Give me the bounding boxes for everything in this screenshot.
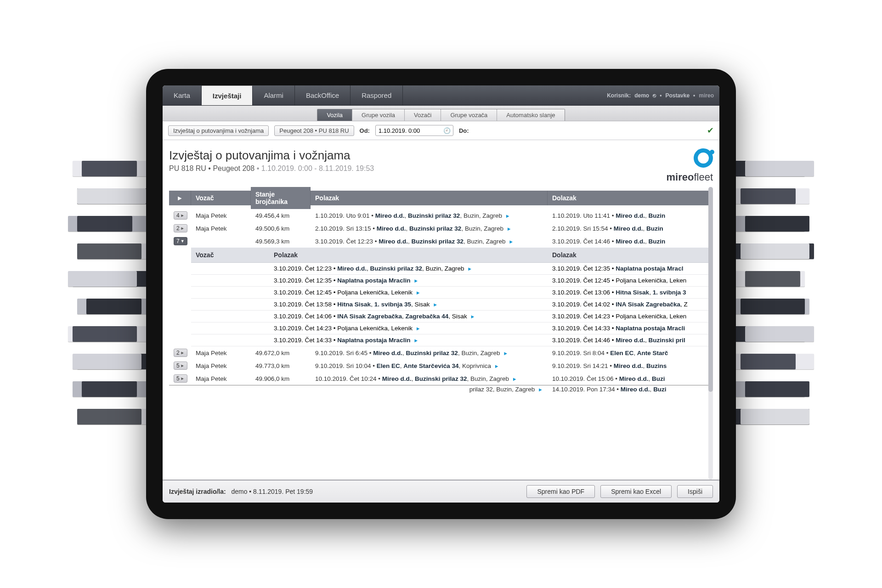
brand-label: mireo [699, 92, 714, 99]
row-dolazak: 3.10.2019. Čet 14:46 • Mireo d.d., Buzin [548, 236, 713, 247]
map-arrow-icon[interactable]: ► [505, 213, 510, 219]
row-dolazak: 2.10.2019. Sri 15:54 • Mireo d.d., Buzin [548, 223, 713, 234]
detail-subtable: VozačPolazakDolazak3.10.2019. Čet 12:23 … [169, 248, 713, 346]
filter-row: Izvještaj o putovanjima i vožnjama Peuge… [163, 121, 719, 140]
map-arrow-icon[interactable]: ► [503, 351, 508, 356]
map-arrow-icon[interactable]: ► [433, 302, 438, 307]
report-vehicle: PU 818 RU • Peugeot 208 [169, 164, 254, 172]
to-label: Do: [459, 127, 469, 134]
sub-tab-grupe-vozila[interactable]: Grupe vozila [352, 109, 405, 121]
col-vozac: Vozač [191, 191, 251, 205]
row-odo: 49.773,0 km [251, 360, 311, 372]
report-header: Izvještaj o putovanjima i vožnjama PU 81… [163, 140, 719, 187]
row-odo: 49.569,3 km [251, 236, 311, 247]
from-label: Od: [360, 127, 370, 134]
footer-timestamp: 8.11.2019. Pet 19:59 [253, 488, 313, 495]
main-tab-backoffice[interactable]: BackOffice [295, 85, 351, 105]
apply-check-icon[interactable]: ✔ [707, 125, 714, 136]
row-vozac: Maja Petek [191, 373, 251, 384]
expand-badge[interactable]: 2 ► [174, 224, 187, 232]
settings-link[interactable]: Postavke [665, 92, 690, 99]
cutoff-row: prilaz 32, Buzin, Zagreb ►14.10.2019. Po… [169, 385, 713, 393]
detail-col-dolazak: Dolazak [548, 248, 713, 263]
map-arrow-icon[interactable]: ► [512, 376, 517, 382]
row-polazak: 9.10.2019. Sri 6:45 • Mireo d.d., Buzins… [311, 347, 548, 359]
main-tabbar: KartaIzvještajiAlarmiBackOfficeRaspored … [163, 85, 719, 106]
sub-tab-vozači[interactable]: Vozači [405, 109, 441, 121]
col-expand[interactable]: ► [169, 191, 191, 205]
expand-badge[interactable]: 2 ► [174, 349, 187, 357]
map-arrow-icon[interactable]: ► [509, 239, 514, 244]
logout-icon[interactable]: ⎋ [653, 92, 656, 99]
row-polazak: 10.10.2019. Čet 10:24 • Mireo d.d., Buzi… [311, 373, 548, 384]
detail-col-vozac: Vozač [191, 248, 269, 263]
row-vozac: Maja Petek [191, 347, 251, 359]
row-vozac: Maja Petek [191, 223, 251, 234]
report-table-area: ►VozačStanje brojčanikaPolazakDolazak4 ►… [163, 187, 719, 480]
row-polazak: 3.10.2019. Čet 12:23 • Mireo d.d., Buzin… [311, 236, 548, 247]
tablet-frame: KartaIzvještajiAlarmiBackOfficeRaspored … [146, 69, 736, 519]
row-odo: 49.906,0 km [251, 373, 311, 384]
save-pdf-button[interactable]: Spremi kao PDF [526, 485, 595, 498]
app-window: KartaIzvještajiAlarmiBackOfficeRaspored … [163, 85, 719, 503]
top-right-info: Korisnik: demo ⎋ • Postavke • mireo [607, 85, 719, 105]
row-dolazak: 10.10.2019. Čet 15:06 • Mireo d.d., Buzi [548, 373, 713, 384]
row-odo: 49.672,0 km [251, 347, 311, 359]
map-arrow-icon[interactable]: ► [494, 363, 499, 369]
report-footer: Izvještaj izradio/la: demo • 8.11.2019. … [163, 480, 719, 503]
row-expand[interactable]: 7 ▼ [169, 235, 191, 248]
row-odo: 49.456,4 km [251, 210, 311, 221]
row-expand[interactable]: 5 ► [169, 359, 191, 372]
map-arrow-icon[interactable]: ► [467, 266, 472, 271]
expand-badge[interactable]: 5 ► [174, 374, 187, 383]
vehicle-selector[interactable]: Peugeot 208 • PU 818 RU [274, 125, 354, 136]
main-tab-raspored[interactable]: Raspored [351, 85, 403, 105]
save-excel-button[interactable]: Spremi kao Excel [600, 485, 672, 498]
clock-icon[interactable]: 🕘 [443, 127, 451, 134]
report-type-selector[interactable]: Izvještaj o putovanjima i vožnjama [168, 125, 269, 136]
row-expand[interactable]: 2 ► [169, 222, 191, 235]
report-date-range: 1.10.2019. 0:00 - 8.11.2019. 19:53 [261, 164, 374, 172]
footer-user: demo [231, 488, 247, 495]
row-polazak: 2.10.2019. Sri 13:15 • Mireo d.d., Buzin… [311, 223, 548, 234]
user-name: demo [634, 92, 649, 99]
row-vozac: Maja Petek [191, 360, 251, 372]
print-button[interactable]: Ispiši [677, 485, 713, 498]
row-dolazak: 1.10.2019. Uto 11:41 • Mireo d.d., Buzin [548, 210, 713, 221]
main-tab-karta[interactable]: Karta [163, 85, 202, 105]
vertical-scrollbar[interactable] [708, 187, 713, 480]
row-polazak: 1.10.2019. Uto 9:01 • Mireo d.d., Buzins… [311, 210, 548, 221]
from-date-input[interactable] [375, 125, 453, 136]
sub-tab-automatsko-slanje[interactable]: Automatsko slanje [497, 109, 564, 121]
sub-tab-grupe-vozača[interactable]: Grupe vozača [441, 109, 497, 121]
map-arrow-icon[interactable]: ► [413, 338, 418, 343]
map-arrow-icon[interactable]: ► [470, 314, 475, 319]
expand-badge[interactable]: 4 ► [174, 211, 187, 220]
row-polazak: 9.10.2019. Sri 10:04 • Elen EC, Ante Sta… [311, 360, 548, 372]
main-tab-izvještaji[interactable]: Izvještaji [202, 85, 253, 105]
row-expand[interactable]: 4 ► [169, 209, 191, 222]
map-arrow-icon[interactable]: ► [413, 278, 418, 283]
map-arrow-icon[interactable]: ► [507, 226, 512, 232]
row-dolazak: 9.10.2019. Sri 14:21 • Mireo d.d., Buzin… [548, 360, 713, 372]
expand-badge[interactable]: 7 ▼ [174, 237, 187, 245]
report-title: Izvještaj o putovanjima i vožnjama [169, 148, 374, 163]
row-expand[interactable]: 5 ► [169, 372, 191, 385]
map-arrow-icon[interactable]: ► [416, 326, 421, 331]
main-tab-alarmi[interactable]: Alarmi [253, 85, 295, 105]
row-vozac: Maja Petek [191, 210, 251, 221]
map-arrow-icon[interactable]: ► [416, 290, 421, 295]
footer-generated-label: Izvještaj izradio/la: [169, 488, 226, 495]
sub-tab-vozila[interactable]: Vozila [317, 109, 352, 121]
expand-badge[interactable]: 5 ► [174, 362, 187, 370]
row-expand[interactable]: 2 ► [169, 346, 191, 359]
sub-tabbar: VozilaGrupe vozilaVozačiGrupe vozačaAuto… [163, 106, 719, 121]
col-stanje: Stanje brojčanika [251, 187, 311, 209]
row-vozac [191, 239, 251, 243]
col-polazak: Polazak [311, 191, 548, 205]
col-dolazak: Dolazak [548, 191, 713, 205]
brand-logo: mireofleet [666, 148, 713, 183]
row-odo: 49.500,6 km [251, 223, 311, 234]
user-prefix-label: Korisnik: [607, 92, 631, 99]
detail-col-polazak: Polazak [269, 248, 548, 263]
